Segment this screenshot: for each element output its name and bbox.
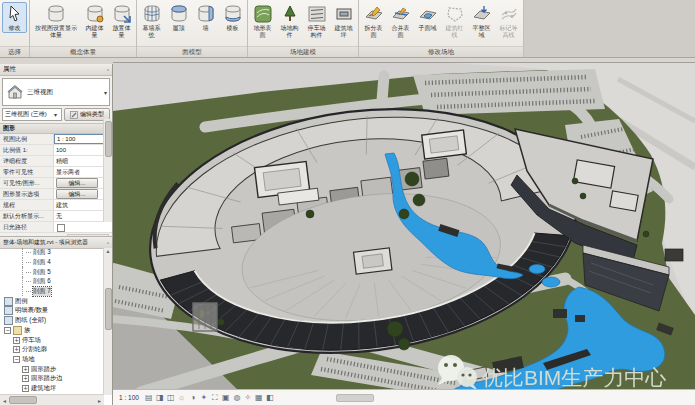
displacement-sets-icon[interactable]: ◧ [265, 392, 275, 403]
tree-item-label: 图纸 (全部) [15, 316, 46, 325]
sun-path-icon[interactable]: ☼ [177, 392, 187, 403]
tree-item-6[interactable]: 明细表/数量 [0, 306, 104, 316]
tree-item-3[interactable]: 剖面 6 [0, 277, 104, 287]
roof-button[interactable]: 屋顶 [166, 2, 191, 33]
merge-surface-button[interactable]: 合并表面 [388, 2, 413, 39]
property-line-button: 建筑红线 [442, 2, 467, 39]
building-pad-icon [334, 4, 354, 24]
tree-item-label: 族 [24, 326, 30, 335]
tree-item-10[interactable]: +分割轮廓 [0, 345, 104, 355]
expand-icon[interactable]: + [13, 346, 20, 353]
tree-item-14[interactable]: +建筑地坪 [0, 384, 104, 394]
parking-component-button[interactable]: 停车场构件 [304, 2, 329, 39]
tree-item-1[interactable]: 剖面 4 [0, 258, 104, 268]
tree-item-7[interactable]: 图纸 (全部) [0, 316, 104, 326]
property-line-icon [445, 4, 465, 24]
ribbon-button-label: 建筑地坪 [332, 25, 355, 38]
detail-level-icon[interactable]: ◨ [155, 392, 165, 403]
tree-item-0[interactable]: 剖面 3 [0, 248, 104, 258]
canvas-horizontal-scrollbar[interactable] [336, 394, 374, 402]
inplace-mass-button[interactable]: 内建体量 [82, 2, 107, 39]
properties-title-bar: 属性 ▫ [0, 64, 112, 76]
browser-horizontal-scrollbar[interactable]: ◂ ▸ [0, 394, 104, 405]
show-mass-button[interactable]: 按视图设置显示体量 [32, 2, 80, 39]
schedule-icon [4, 306, 13, 315]
property-row-4: 可见性/图形...编辑... [0, 178, 112, 189]
ribbon-button-label: 内建体量 [83, 25, 106, 38]
tree-item-5[interactable]: 图例 [0, 296, 104, 306]
browser-menu-icon[interactable]: ▫ [107, 240, 109, 246]
property-label: 视图比例 [0, 134, 54, 144]
toposurface-button[interactable]: 地形表面 [250, 2, 275, 39]
ribbon-button-label: 子面域 [419, 25, 437, 32]
expand-icon[interactable]: + [22, 375, 29, 382]
tree-item-13[interactable]: +圆形踏步边 [0, 374, 104, 384]
show-crop-icon[interactable]: ▣ [221, 392, 231, 403]
label-contours-icon [499, 4, 519, 24]
scale-icon[interactable]: ▤ [144, 392, 154, 403]
graded-region-button[interactable]: 平整区域 [469, 2, 494, 39]
project-browser-title: 整体-场地和建筑.rvt - 项目浏览器 [3, 238, 88, 247]
chevron-down-icon: ▾ [104, 89, 107, 96]
tree-item-8[interactable]: −族 [0, 326, 104, 336]
temporary-hide-isolate-icon[interactable]: ◍ [232, 392, 242, 403]
merge-surface-icon [391, 4, 411, 24]
ribbon-button-label: 停车场构件 [305, 25, 328, 38]
tree-item-9[interactable]: +停车场 [0, 335, 104, 345]
tree-item-2[interactable]: 剖面 5 [0, 267, 104, 277]
render-icon[interactable]: ✦ [199, 392, 209, 403]
property-value-input[interactable]: 1 : 100 [54, 134, 104, 144]
floor-button[interactable]: 楼板 [220, 2, 245, 33]
expand-icon[interactable]: + [22, 385, 29, 392]
reveal-hidden-icon[interactable]: ✧ [243, 392, 253, 403]
modify-cursor-button[interactable]: 修改 [2, 2, 27, 33]
scroll-up-icon[interactable]: ▲ [104, 248, 112, 255]
crop-region-icon[interactable]: ⛶ [210, 392, 220, 403]
graphics-section-header[interactable]: 图形 ⌄ [0, 123, 112, 134]
site-component-button[interactable]: 场地构件 [277, 2, 302, 39]
view-scale[interactable]: 1 : 100 [119, 394, 139, 401]
toposurface-icon [253, 4, 273, 24]
properties-grid: 视图比例1 : 100比例值 1:100详细程度精细零件可见性显示两者可见性/图… [0, 134, 112, 233]
chevron-down-icon: ▾ [54, 111, 57, 118]
visual-style-icon[interactable]: ◫ [166, 392, 176, 403]
analytical-model-icon[interactable]: ▦ [254, 392, 264, 403]
ribbon-group-label: 概念体量 [30, 46, 136, 57]
property-row-3: 零件可见性显示两者 [0, 167, 112, 178]
place-mass-button[interactable]: 放置体量 [109, 2, 134, 39]
split-surface-button[interactable]: 拆分表面 [361, 2, 386, 39]
tree-item-4[interactable]: 剖面 7 [0, 287, 104, 297]
scroll-left-icon[interactable]: ◂ [0, 397, 9, 404]
instance-selector[interactable]: 三维视图 (三维) ▾ [2, 108, 62, 121]
expand-icon[interactable]: + [22, 366, 29, 373]
ribbon-button-label: 屋顶 [173, 25, 185, 32]
collapse-icon[interactable]: − [13, 356, 20, 363]
tree-item-label: 剖面 3 [33, 248, 51, 257]
properties-menu-icon[interactable]: ▫ [107, 67, 109, 73]
shadows-icon[interactable]: ◑ [188, 392, 198, 403]
drawing-area[interactable]: 优比BIM生产力中心 1 : 100 ▤◨◫☼◑✦⛶▣◍✧▦◧ [113, 62, 695, 405]
sheet-icon [4, 316, 13, 325]
wall-button[interactable]: 墙 [193, 2, 218, 33]
type-selector[interactable]: 三维视图 ▾ [2, 78, 110, 106]
label-contours-button: 标记等高线 [496, 2, 521, 39]
browser-vertical-scrollbar[interactable]: ▲ [103, 248, 112, 395]
building-pad-button[interactable]: 建筑地坪 [331, 2, 356, 39]
edit-button[interactable]: 编辑... [56, 189, 98, 199]
properties-scrollbar[interactable] [103, 119, 112, 222]
tree-item-label: 剖面 7 [33, 287, 51, 296]
collapse-icon[interactable]: − [4, 327, 11, 334]
tree-item-11[interactable]: −场地 [0, 355, 104, 365]
inplace-mass-icon [85, 4, 105, 24]
expand-icon[interactable]: + [13, 337, 20, 344]
scroll-right-icon[interactable]: ▸ [95, 397, 104, 404]
curtain-system-button[interactable]: 幕墙系统 [139, 2, 164, 39]
property-label: 零件可见性 [0, 167, 54, 177]
sun-path-checkbox[interactable] [57, 224, 65, 232]
3d-site-view: 优比BIM生产力中心 [113, 63, 695, 393]
ribbon-button-label: 按视图设置显示体量 [33, 25, 79, 38]
subregion-button[interactable]: 子面域 [415, 2, 440, 33]
tree-item-12[interactable]: +圆形踏步 [0, 364, 104, 374]
modify-cursor-icon [5, 4, 25, 24]
edit-button[interactable]: 编辑... [56, 178, 98, 188]
